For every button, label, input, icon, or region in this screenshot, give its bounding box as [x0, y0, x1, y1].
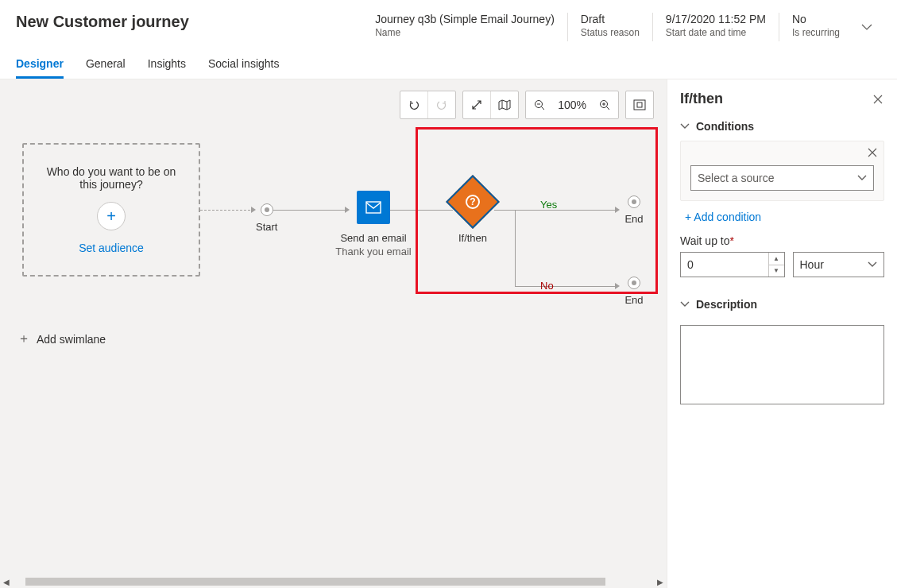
branch-yes-label: Yes — [540, 199, 557, 211]
scroll-right-button[interactable]: ▶ — [654, 575, 667, 588]
meta-startdate-value: 9/17/2020 11:52 PM — [666, 13, 766, 25]
zoom-level: 100% — [553, 91, 591, 118]
wait-label: Wait up to* — [680, 234, 884, 247]
source-select[interactable]: Select a source — [690, 165, 874, 191]
meta-status-label: Status reason — [581, 27, 640, 38]
scroll-thumb[interactable] — [25, 578, 605, 586]
end-icon — [628, 195, 640, 208]
zoom-in-button[interactable] — [591, 91, 618, 118]
redo-button[interactable] — [428, 91, 455, 118]
add-condition-button[interactable]: + Add condition — [685, 211, 880, 223]
fit-to-screen-button[interactable] — [626, 91, 653, 118]
svg-rect-4 — [366, 202, 381, 213]
start-node[interactable]: Start — [256, 203, 277, 233]
undo-icon — [408, 99, 420, 111]
source-placeholder: Select a source — [698, 172, 775, 184]
wait-value-decrement[interactable]: ▼ — [768, 265, 784, 277]
audience-question: Who do you want to be on this journey? — [24, 165, 199, 191]
branch-no-label: No — [540, 280, 554, 292]
props-close-button[interactable] — [872, 93, 884, 106]
header-expand-button[interactable] — [853, 13, 881, 41]
tab-social-insights[interactable]: Social insights — [208, 57, 280, 79]
header-meta: Journey q3b (Simple Email Journey) Name … — [375, 13, 881, 41]
chevron-down-icon — [857, 173, 867, 183]
undo-button[interactable] — [400, 91, 427, 118]
chevron-down-icon — [680, 122, 690, 131]
end-node-yes[interactable]: End — [618, 195, 650, 225]
plus-icon: ＋ — [17, 331, 30, 347]
email-subtitle: Thank you email — [334, 246, 413, 257]
chevron-down-icon — [861, 21, 872, 33]
question-icon: ? — [466, 195, 480, 209]
ifthen-diamond: ? — [446, 175, 500, 229]
zoom-in-icon — [599, 99, 610, 110]
end-label: End — [618, 294, 650, 306]
audience-placeholder[interactable]: Who do you want to be on this journey? +… — [22, 143, 200, 277]
close-icon — [873, 95, 883, 104]
wait-unit-value: Hour — [800, 258, 824, 271]
ifthen-node[interactable]: ? If/then — [437, 183, 508, 244]
horizontal-scrollbar[interactable]: ◀ ▶ — [0, 575, 667, 588]
meta-name-value: Journey q3b (Simple Email Journey) — [375, 13, 555, 25]
scroll-left-button[interactable]: ◀ — [0, 575, 13, 588]
meta-name-label: Name — [375, 27, 555, 38]
zoom-out-icon — [534, 99, 545, 110]
email-icon — [365, 201, 381, 214]
plus-icon: + — [106, 207, 116, 226]
add-swimlane-label: Add swimlane — [37, 333, 106, 346]
meta-status-value: Draft — [581, 13, 640, 25]
designer-canvas[interactable]: 100% — [0, 79, 667, 588]
start-label: Start — [256, 221, 277, 233]
chevron-down-icon — [868, 260, 877, 269]
conditions-header-label: Conditions — [696, 120, 754, 133]
description-textarea[interactable] — [680, 325, 884, 404]
redo-icon — [435, 99, 448, 111]
minimap-button[interactable] — [491, 91, 518, 118]
meta-recurring-value: No — [792, 13, 840, 25]
end-icon — [628, 277, 640, 289]
svg-rect-2 — [634, 100, 645, 110]
set-audience-link[interactable]: Set audience — [79, 242, 144, 254]
chevron-down-icon — [680, 300, 690, 309]
remove-condition-button[interactable] — [868, 148, 877, 157]
conditions-section-header[interactable]: Conditions — [680, 120, 884, 133]
map-icon — [498, 99, 511, 110]
props-title: If/then — [680, 91, 723, 107]
tab-designer[interactable]: Designer — [16, 57, 64, 79]
connector — [515, 286, 618, 287]
add-audience-button[interactable]: + — [97, 202, 126, 230]
condition-card: Select a source — [680, 141, 884, 201]
add-swimlane-button[interactable]: ＋ Add swimlane — [11, 326, 112, 352]
fit-icon — [633, 99, 646, 110]
tab-general[interactable]: General — [86, 57, 126, 79]
end-node-no[interactable]: End — [618, 277, 650, 306]
ifthen-label: If/then — [437, 232, 508, 244]
meta-recurring-label: Is recurring — [792, 27, 840, 38]
meta-startdate-label: Start date and time — [666, 27, 766, 38]
email-title: Send an email — [334, 232, 413, 244]
description-header-label: Description — [696, 298, 757, 311]
fullscreen-button[interactable] — [463, 91, 490, 118]
tab-bar: Designer General Insights Social insight… — [0, 41, 897, 79]
email-tile — [357, 191, 390, 224]
send-email-node[interactable]: Send an email Thank you email — [334, 191, 413, 257]
end-label: End — [618, 213, 650, 225]
tab-insights[interactable]: Insights — [148, 57, 186, 79]
wait-value-input[interactable]: 0 ▲ ▼ — [680, 252, 785, 277]
scroll-track[interactable] — [25, 575, 641, 588]
wait-value-increment[interactable]: ▲ — [768, 253, 784, 265]
zoom-out-button[interactable] — [526, 91, 553, 118]
properties-panel: If/then Conditions Select a source + Add… — [667, 79, 897, 588]
page-title: New Customer journey — [16, 13, 375, 31]
start-icon — [261, 203, 273, 216]
close-icon — [868, 148, 877, 157]
connector — [200, 210, 254, 211]
expand-icon — [471, 99, 482, 110]
connector — [515, 210, 516, 286]
wait-unit-select[interactable]: Hour — [793, 252, 885, 277]
wait-value-text: 0 — [687, 258, 694, 271]
description-section-header[interactable]: Description — [680, 298, 884, 311]
canvas-toolbar: 100% — [400, 91, 654, 119]
svg-rect-3 — [637, 103, 642, 107]
